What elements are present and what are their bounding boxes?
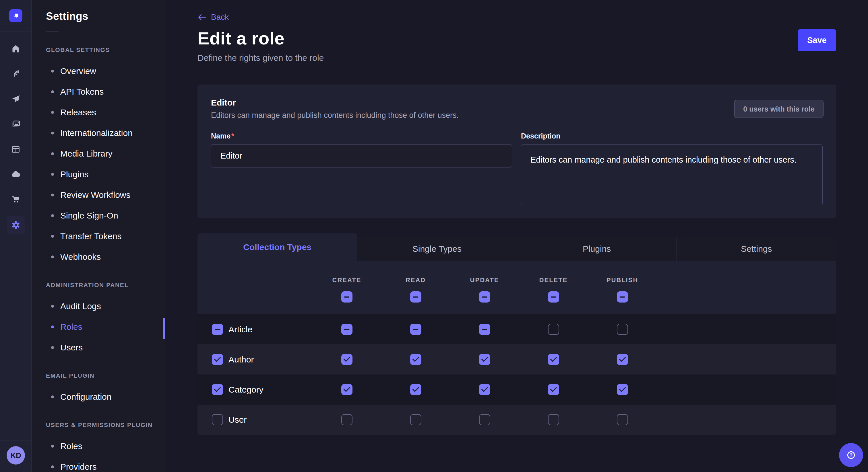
section-global-settings: GLOBAL SETTINGS: [46, 46, 165, 53]
checkbox-category-delete[interactable]: [548, 384, 559, 395]
bullet-icon: [51, 132, 54, 134]
cloud-icon[interactable]: [7, 165, 25, 183]
column-label: READ: [406, 276, 426, 284]
checkbox-author-read[interactable]: [410, 354, 422, 365]
bullet-icon: [51, 445, 54, 448]
sidebar-item-roles-admin[interactable]: Roles: [46, 316, 165, 337]
sidebar-item-review-workflows[interactable]: Review Workflows: [46, 185, 165, 205]
checkbox-user-create[interactable]: [341, 414, 352, 425]
sidebar-item-transfer-tokens[interactable]: Transfer Tokens: [46, 226, 165, 247]
checkbox-author-update[interactable]: [479, 354, 490, 365]
checkbox-category-read[interactable]: [410, 384, 422, 395]
sidebar-item-overview[interactable]: Overview: [46, 61, 165, 81]
sidebar-item-label: Configuration: [60, 392, 112, 402]
checkbox-all-update[interactable]: [479, 291, 490, 303]
checkbox-user-update[interactable]: [479, 414, 490, 425]
checkbox-category-publish[interactable]: [617, 384, 628, 395]
checkbox-user-publish[interactable]: [617, 414, 628, 425]
checkbox-user-delete[interactable]: [548, 414, 559, 425]
rail-divider: [0, 32, 32, 32]
name-input[interactable]: [211, 144, 512, 167]
svg-text:?: ?: [849, 452, 852, 458]
tab-settings[interactable]: Settings: [677, 237, 836, 261]
tab-single-types[interactable]: Single Types: [357, 237, 517, 261]
checkbox-category-update[interactable]: [479, 384, 490, 395]
paper-plane-icon[interactable]: [7, 90, 25, 108]
checkbox-row-article[interactable]: [212, 324, 223, 335]
users-count-badge: 0 users with this role: [734, 100, 824, 118]
media-images-icon[interactable]: [7, 115, 25, 133]
checkbox-article-read[interactable]: [410, 324, 422, 335]
marketplace-cart-icon[interactable]: [7, 191, 25, 209]
role-details-card: Editor Editors can manage and publish co…: [197, 85, 836, 218]
sidebar-item-label: Roles: [60, 441, 82, 451]
checkbox-all-read[interactable]: [410, 291, 422, 303]
table-row-article: Article: [197, 314, 836, 344]
column-label: DELETE: [539, 276, 568, 284]
sidebar-item-label: Internationalization: [60, 128, 133, 138]
home-icon[interactable]: [7, 40, 25, 58]
sidebar-item-label: API Tokens: [60, 87, 104, 97]
bullet-icon: [51, 305, 54, 308]
checkbox-row-author[interactable]: [212, 354, 223, 365]
permissions-tabs: Collection Types Single Types Plugins Se…: [197, 233, 836, 261]
help-button[interactable]: ?: [839, 443, 863, 467]
sidebar-item-providers[interactable]: Providers: [46, 457, 165, 472]
sidebar-item-plugins[interactable]: Plugins: [46, 164, 165, 185]
checkbox-article-update[interactable]: [479, 324, 490, 335]
layout-panel-icon[interactable]: [7, 140, 25, 159]
checkbox-article-publish[interactable]: [617, 324, 628, 335]
back-label: Back: [211, 12, 229, 22]
back-link[interactable]: Back: [197, 12, 229, 22]
sidebar-item-configuration[interactable]: Configuration: [46, 386, 165, 407]
user-avatar[interactable]: KD: [7, 446, 25, 465]
sidebar-item-api-tokens[interactable]: API Tokens: [46, 81, 165, 102]
bullet-icon: [51, 396, 54, 398]
settings-gear-icon[interactable]: [7, 216, 25, 234]
sidebar-item-label: Audit Logs: [60, 301, 101, 311]
sidebar-item-releases[interactable]: Releases: [46, 102, 165, 123]
checkbox-article-delete[interactable]: [548, 324, 559, 335]
checkbox-row-category[interactable]: [212, 384, 223, 395]
sidebar-item-webhooks[interactable]: Webhooks: [46, 247, 165, 267]
column-update: UPDATE: [450, 261, 519, 314]
sidebar-item-label: Overview: [60, 66, 96, 76]
tab-collection-types[interactable]: Collection Types: [197, 233, 357, 261]
checkbox-all-create[interactable]: [341, 291, 352, 303]
checkbox-all-publish[interactable]: [617, 291, 628, 303]
bullet-icon: [51, 465, 54, 468]
strapi-logo[interactable]: [9, 9, 22, 22]
section-users-permissions-plugin: USERS & PERMISSIONS PLUGIN: [46, 422, 165, 429]
checkbox-author-create[interactable]: [341, 354, 352, 365]
checkbox-category-create[interactable]: [341, 384, 352, 395]
sidebar-title-rule: [46, 32, 59, 32]
content-feather-icon[interactable]: [7, 65, 25, 83]
sidebar-item-internationalization[interactable]: Internationalization: [46, 123, 165, 143]
row-label: Category: [228, 385, 264, 395]
sidebar-item-label: Transfer Tokens: [60, 231, 121, 241]
sidebar-item-label: Single Sign-On: [60, 211, 118, 221]
required-asterisk: *: [231, 132, 234, 140]
sidebar-item-roles-up[interactable]: Roles: [46, 436, 165, 457]
sidebar-item-audit-logs[interactable]: Audit Logs: [46, 296, 165, 316]
sidebar-title: Settings: [46, 10, 165, 22]
permissions-card: Collection Types Single Types Plugins Se…: [197, 233, 836, 435]
row-label: Author: [228, 355, 254, 365]
section-administration-panel: ADMINISTRATION PANEL: [46, 281, 165, 289]
checkbox-user-read[interactable]: [410, 414, 422, 425]
sidebar-item-users[interactable]: Users: [46, 337, 165, 358]
save-button[interactable]: Save: [798, 29, 836, 51]
description-textarea[interactable]: Editors can manage and publish contents …: [521, 144, 823, 205]
tab-plugins[interactable]: Plugins: [517, 237, 677, 261]
settings-sidebar: Settings GLOBAL SETTINGS Overview API To…: [32, 0, 165, 472]
checkbox-row-user[interactable]: [212, 414, 223, 425]
checkbox-author-publish[interactable]: [617, 354, 628, 365]
checkbox-author-delete[interactable]: [548, 354, 559, 365]
checkbox-all-delete[interactable]: [548, 291, 559, 303]
description-field-group: Description Editors can manage and publi…: [521, 132, 823, 205]
sidebar-item-media-library[interactable]: Media Library: [46, 143, 165, 164]
table-row-category: Category: [197, 374, 836, 405]
checkbox-article-create[interactable]: [341, 324, 352, 335]
description-label: Description: [521, 132, 823, 140]
sidebar-item-single-sign-on[interactable]: Single Sign-On: [46, 205, 165, 226]
